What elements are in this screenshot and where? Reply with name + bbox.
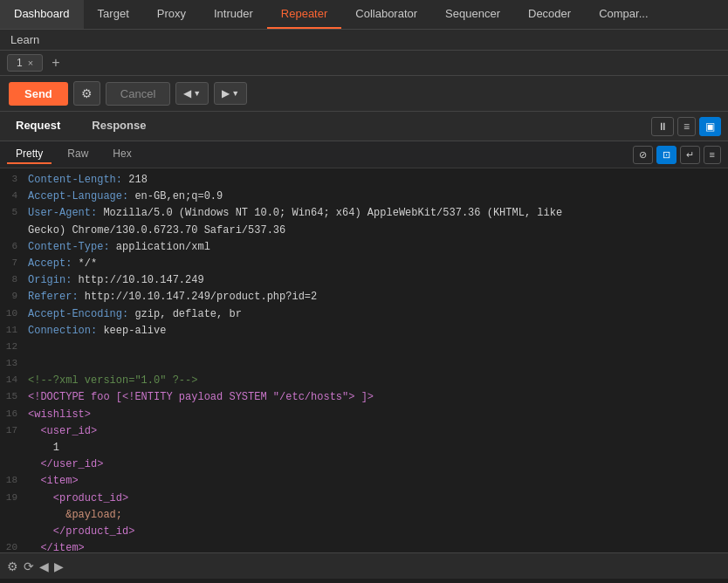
code-line-5: 5 User-Agent: Mozilla/5.0 (Windows NT 10… <box>0 205 728 222</box>
nav-comparer[interactable]: Compar... <box>585 0 662 29</box>
code-line-17: 17 <user_id> <box>0 423 728 440</box>
code-line-16: 16 <wishlist> <box>0 407 728 423</box>
learn-link[interactable]: Learn <box>10 33 39 46</box>
list-icon-btn[interactable]: ≡ <box>677 117 696 136</box>
bottom-icon-left[interactable]: ◀ <box>39 559 49 573</box>
forward-dropdown-icon[interactable]: ▼ <box>231 89 239 98</box>
newline-icon-btn[interactable]: ↵ <box>680 146 700 164</box>
code-line-12: 12 <box>0 340 728 356</box>
repeater-tab-1[interactable]: 1 × <box>7 54 43 72</box>
settings-button[interactable]: ⚙ <box>73 81 100 106</box>
code-line-18: 18 <item> <box>0 473 728 490</box>
bottom-bar: ⚙ ⟳ ◀ ▶ <box>0 552 728 579</box>
nav-target[interactable]: Target <box>84 0 143 29</box>
top-navigation: Dashboard Target Proxy Intruder Repeater… <box>0 0 728 30</box>
code-line-17-text: 1 <box>0 440 728 456</box>
code-line-17-close: </user_id> <box>0 456 728 473</box>
code-line-10: 10 Accept-Encoding: gzip, deflate, br <box>0 306 728 323</box>
back-dropdown-icon[interactable]: ▼ <box>193 89 201 98</box>
code-line-4: 4 Accept-Language: en-GB,en;q=0.9 <box>0 189 728 205</box>
code-line-11: 11 Connection: keep-alive <box>0 323 728 340</box>
code-line-6: 6 Content-Type: application/xml <box>0 239 728 256</box>
code-line-7: 7 Accept: */* <box>0 256 728 272</box>
code-line-14: 14 <!--?xml version="1.0" ?--> <box>0 373 728 389</box>
learn-row: Learn <box>0 30 728 51</box>
rr-tab-icons: ⏸ ≡ ▣ <box>644 113 728 140</box>
code-line-9: 9 Referer: http://10.10.147.249/product.… <box>0 289 728 305</box>
pause-icon-btn[interactable]: ⏸ <box>651 117 674 136</box>
bottom-icon-right[interactable]: ▶ <box>54 559 64 573</box>
wrap-icon-btn[interactable]: ⊡ <box>656 146 676 164</box>
view-hex-tab[interactable]: Hex <box>104 145 140 164</box>
code-editor[interactable]: 3 Content-Length: 218 4 Accept-Language:… <box>0 168 728 552</box>
code-line-15: 15 <!DOCTYPE foo [<!ENTITY payload SYSTE… <box>0 389 728 406</box>
no-wrap-icon-btn[interactable]: ⊘ <box>633 146 653 164</box>
forward-button[interactable]: ▶ ▼ <box>214 82 247 105</box>
nav-collaborator[interactable]: Collaborator <box>341 0 431 29</box>
nav-decoder[interactable]: Decoder <box>514 0 585 29</box>
nav-repeater[interactable]: Repeater <box>267 0 341 29</box>
code-line-19-entity: &payload; <box>0 507 728 524</box>
bottom-icon-1[interactable]: ⚙ <box>7 559 18 573</box>
toolbar: Send ⚙ Cancel ◀ ▼ ▶ ▼ <box>0 76 728 112</box>
chevron-right-icon: ▶ <box>222 87 230 99</box>
code-line-5-cont: Gecko) Chrome/130.0.6723.70 Safari/537.3… <box>0 223 728 239</box>
request-response-tabs: Request Response ⏸ ≡ ▣ <box>0 112 728 141</box>
view-tab-icons: ⊘ ⊡ ↵ ≡ <box>633 146 721 164</box>
nav-sequencer[interactable]: Sequencer <box>431 0 514 29</box>
code-line-20: 20 </item> <box>0 540 728 552</box>
send-button[interactable]: Send <box>9 82 68 106</box>
nav-intruder[interactable]: Intruder <box>200 0 267 29</box>
bottom-icon-2[interactable]: ⟳ <box>24 559 34 573</box>
nav-dashboard[interactable]: Dashboard <box>0 0 84 29</box>
tab-bar: 1 × + <box>0 51 728 76</box>
tab-add-button[interactable]: + <box>46 55 65 71</box>
tab-label: 1 <box>17 57 23 69</box>
cancel-button[interactable]: Cancel <box>106 82 170 106</box>
nav-proxy[interactable]: Proxy <box>143 0 200 29</box>
code-line-19-close: </product_id> <box>0 524 728 540</box>
code-line-8: 8 Origin: http://10.10.147.249 <box>0 272 728 289</box>
code-line-19: 19 <product_id> <box>0 490 728 507</box>
toggle-icon-btn[interactable]: ▣ <box>699 117 721 136</box>
response-tab[interactable]: Response <box>76 112 161 141</box>
view-raw-tab[interactable]: Raw <box>58 145 97 164</box>
back-button[interactable]: ◀ ▼ <box>175 82 209 105</box>
view-pretty-tab[interactable]: Pretty <box>7 145 52 164</box>
code-line-13: 13 <box>0 356 728 373</box>
request-tab[interactable]: Request <box>0 112 76 141</box>
view-tabs: Pretty Raw Hex ⊘ ⊡ ↵ ≡ <box>0 141 728 168</box>
chevron-left-icon: ◀ <box>183 87 191 99</box>
code-line-3: 3 Content-Length: 218 <box>0 172 728 189</box>
tab-close-icon[interactable]: × <box>28 58 33 68</box>
menu-icon-btn[interactable]: ≡ <box>704 146 721 164</box>
